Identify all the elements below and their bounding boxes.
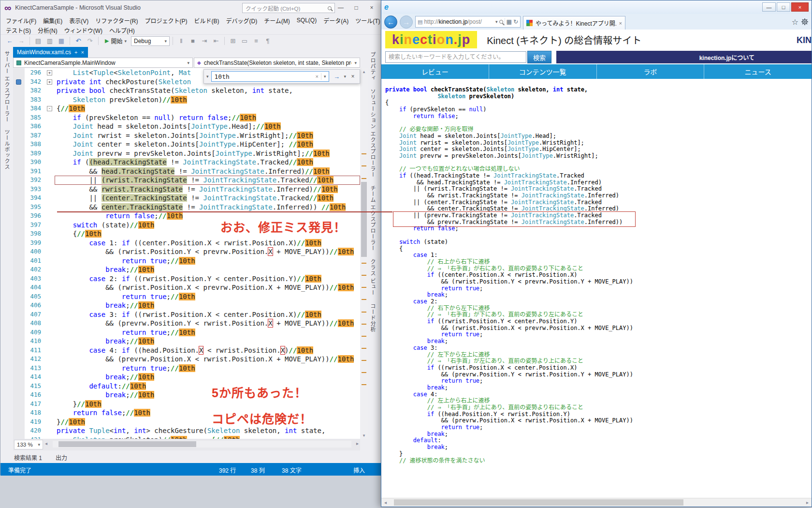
- vertical-scrollbar[interactable]: ▴ ▾: [360, 68, 368, 439]
- editor-line[interactable]: 390 if ((head.TrackingState != JointTrac…: [13, 158, 360, 167]
- editor-line[interactable]: 389 Joint prevrw = prevSkeleton.Joints[J…: [13, 149, 360, 158]
- scroll-up-icon[interactable]: ▴: [360, 68, 368, 75]
- editor-line[interactable]: 408 && (prevrw.Position.Y < rwrist.Posit…: [13, 319, 360, 328]
- quick-launch-input[interactable]: クイック起動 (Ctrl+Q): [242, 3, 335, 13]
- editor-line[interactable]: 417 }//10th: [13, 400, 360, 409]
- vs-menu-item[interactable]: データ(A): [320, 16, 352, 25]
- vs-menu-item[interactable]: チーム(M): [261, 16, 293, 25]
- editor-line[interactable]: 394 || (center.TrackingState != JointTra…: [13, 194, 360, 203]
- vs-menu-item[interactable]: 編集(E): [40, 16, 66, 25]
- editor-line[interactable]: 395 && center.TrackingState != JointTrac…: [13, 203, 360, 212]
- fold-toggle-icon[interactable]: -: [47, 106, 52, 111]
- search-history-dropdown-icon[interactable]: ▾: [324, 74, 326, 79]
- step-out-icon[interactable]: ⇤: [211, 37, 221, 45]
- about-link[interactable]: kinection.jpについて: [699, 53, 754, 61]
- site-nav-item[interactable]: コンテンツ一覧: [489, 64, 597, 79]
- pin-tab-icon[interactable]: +: [74, 49, 77, 55]
- editor-line[interactable]: 413 return true;//10th: [13, 364, 360, 373]
- scrollbar-thumb[interactable]: [394, 499, 683, 506]
- search-icon[interactable]: [499, 20, 503, 24]
- editor-line[interactable]: 392 || (rwrist.TrackingState != JointTra…: [13, 176, 360, 185]
- editor-line[interactable]: 399 case 1: if ((center.Position.X < rwr…: [13, 239, 360, 248]
- close-button[interactable]: ×: [791, 2, 809, 12]
- document-tab[interactable]: MainWindow.xaml.cs + ×: [13, 47, 88, 58]
- editor-line[interactable]: 382private bool checkTransState(Skeleton…: [13, 86, 360, 95]
- vs-menu-item[interactable]: プロジェクト(P): [142, 16, 191, 25]
- member-dropdown[interactable]: ◆ checkTransState(Skeleton skeleton, int…: [194, 58, 360, 68]
- editor-line[interactable]: 409 return true;//10th: [13, 328, 360, 337]
- code-editor[interactable]: 296+ List<Tuple<SkeletonPoint, Mat342+pr…: [13, 68, 360, 439]
- open-file-icon[interactable]: ▥: [44, 37, 55, 45]
- editor-line[interactable]: 406 break;//10th: [13, 301, 360, 310]
- site-search-button[interactable]: 検索: [527, 51, 551, 63]
- vs-menu-item[interactable]: 分析(N): [34, 26, 61, 34]
- editor-line[interactable]: 387 Joint rwrist = skeleton.Joints[Joint…: [13, 131, 360, 140]
- editor-line[interactable]: 420private Tuple<int, int> checkGesture(…: [13, 426, 360, 435]
- editor-line[interactable]: 410 break;//10th: [13, 337, 360, 346]
- fold-toggle-icon[interactable]: +: [47, 79, 52, 85]
- close-tab-icon[interactable]: ×: [619, 20, 622, 26]
- site-nav-item[interactable]: レビュー: [381, 64, 489, 79]
- horizontal-scrollbar[interactable]: ◂ ▸: [381, 498, 812, 507]
- vs-title-bar[interactable]: ∞ KinectCameraSample - Microsoft Visual …: [0, 0, 386, 15]
- favorites-star-icon[interactable]: ☆: [792, 17, 798, 27]
- editor-line[interactable]: 416 break;//10th: [13, 390, 360, 400]
- editor-line[interactable]: 403 case 2: if ((rwrist.Position.Y < cen…: [13, 274, 360, 284]
- editor-line[interactable]: 391 && head.TrackingState != JointTracki…: [13, 167, 360, 176]
- show-whitespace-icon[interactable]: ¶: [262, 37, 273, 45]
- maximize-button[interactable]: □: [777, 2, 790, 12]
- vs-menu-item[interactable]: ビルド(B): [191, 16, 223, 25]
- editor-line[interactable]: 411 case 4: if ((head.Position.X < rwris…: [13, 346, 360, 355]
- site-nav-item[interactable]: ニュース: [704, 64, 812, 79]
- find-results-panel-tab[interactable]: 検索結果 1: [14, 453, 42, 462]
- vs-menu-item[interactable]: ウィンドウ(W): [61, 26, 106, 34]
- find-next-button[interactable]: →: [332, 73, 341, 80]
- tool-window-tab[interactable]: クラス ビュー: [369, 259, 377, 296]
- vs-menu-item[interactable]: SQL(Q): [293, 17, 320, 24]
- editor-line[interactable]: 384-{//10th: [13, 104, 360, 113]
- editor-line[interactable]: 421 Skeleton prevSkeleton)//10th {//10th: [13, 435, 360, 439]
- close-find-icon[interactable]: ×: [348, 73, 357, 80]
- editor-line[interactable]: 388 Joint center = skeleton.Joints[Joint…: [13, 140, 360, 149]
- editor-line[interactable]: 404 && (rwrist.Position.X < prevrw.Posit…: [13, 283, 360, 292]
- editor-line[interactable]: 400 && (rwrist.Position.Y < prevrw.Posit…: [13, 247, 360, 256]
- refresh-icon[interactable]: ↻: [513, 18, 518, 25]
- minimize-button[interactable]: —: [333, 2, 348, 13]
- site-nav-item[interactable]: ラボ: [597, 64, 705, 79]
- editor-line[interactable]: 383 Skeleton prevSkeleton)//10th: [13, 95, 360, 105]
- toggle-comment-icon[interactable]: ≡: [251, 37, 261, 45]
- horizontal-scrollbar[interactable]: [53, 441, 351, 448]
- close-tab-icon[interactable]: ×: [81, 49, 84, 55]
- tool-window-tab[interactable]: ツールボックス: [3, 129, 11, 170]
- scroll-left-icon[interactable]: ◂: [45, 441, 47, 446]
- scrollbar-track[interactable]: [390, 498, 803, 507]
- find-options-chevron-icon[interactable]: ▾: [206, 74, 209, 79]
- forward-button[interactable]: →: [400, 15, 413, 29]
- zoom-combo[interactable]: 133 % ▾: [14, 440, 43, 449]
- stop-debug-icon[interactable]: ■: [188, 37, 198, 45]
- find-input[interactable]: 10th × ▾: [211, 71, 330, 82]
- browser-title-bar[interactable]: e — □ ×: [381, 0, 812, 14]
- editor-line[interactable]: 385 if (prevSkeleton == null) return fal…: [13, 113, 360, 122]
- vs-menu-item[interactable]: デバッグ(D): [223, 16, 261, 25]
- tool-window-tab[interactable]: サーバー エクスプローラー: [3, 51, 11, 122]
- tool-window-tab[interactable]: コード分析: [369, 303, 377, 332]
- browser-tab[interactable]: やってみよう！Kinectアプリ開... ×: [523, 16, 625, 30]
- tool-window-tab[interactable]: プロパティ: [369, 52, 377, 81]
- solution-explorer-icon[interactable]: ⊞: [228, 37, 238, 45]
- site-logo[interactable]: kinection.jp: [385, 31, 477, 48]
- editor-line[interactable]: 412 && (prevrw.Position.X < rwrist.Posit…: [13, 355, 360, 364]
- editor-line[interactable]: 407 case 3: if ((rwrist.Position.X < cen…: [13, 310, 360, 319]
- properties-window-icon[interactable]: ▭: [239, 37, 250, 45]
- type-dropdown[interactable]: KinectCameraSample.MainWindow ▾: [13, 58, 193, 68]
- close-button[interactable]: ×: [364, 2, 379, 13]
- scrollbar-thumb[interactable]: [361, 182, 367, 257]
- start-debug-button[interactable]: ▶開始▾: [102, 37, 130, 45]
- tool-window-tab[interactable]: チーム エクスプローラー: [369, 185, 377, 251]
- navigate-forward-icon[interactable]: →: [16, 37, 27, 45]
- scrollbar-thumb[interactable]: [58, 441, 196, 447]
- step-into-icon[interactable]: ⇥: [199, 37, 210, 45]
- tools-gear-icon[interactable]: [801, 18, 809, 26]
- vs-menu-item[interactable]: リファクター(R): [92, 16, 141, 25]
- redo-icon[interactable]: ↷: [85, 37, 95, 45]
